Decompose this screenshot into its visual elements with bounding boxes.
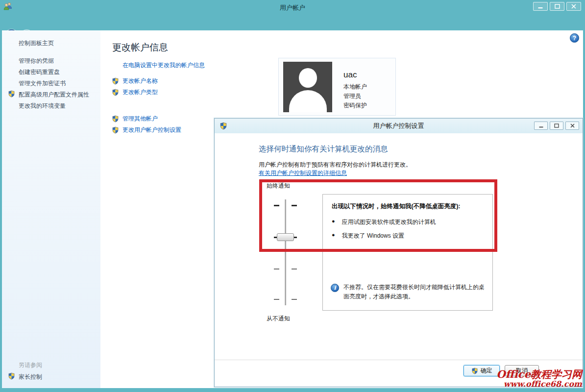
sidebar-item-create-password-reset-disk[interactable]: 创建密码重置盘 [19, 68, 60, 76]
window-controls [533, 2, 581, 11]
dialog-instruction: 选择何时通知你有关计算机更改的消息 [259, 144, 388, 154]
sidebar-item-control-panel-home[interactable]: 控制面板主页 [19, 39, 54, 48]
watermark-line1: Office教程学习网 [496, 368, 582, 380]
slider-tick [274, 269, 279, 270]
task-row: 更改帐户类型 [112, 88, 158, 97]
slider-tick [274, 205, 279, 206]
window-title: 用户帐户 [0, 3, 585, 12]
sidebar-item-parental-controls[interactable]: 家长控制 [19, 373, 42, 381]
avatar-torso-shape [289, 90, 327, 112]
navigation-bar: ▾ ▸ 控制面板 ▸ 用户帐户和家庭安全 ▸ 用户帐户 ▾ [0, 14, 585, 30]
account-avatar [283, 62, 332, 112]
notify-note-row: i 不推荐。仅在需要花费很长时间才能降低计算机上的桌面亮度时，才选择此选项。 [331, 283, 488, 301]
uac-settings-dialog: 用户帐户控制设置 选择何时通知你有关计算机更改的消息 用户帐户控制有助于预防有害… [214, 118, 583, 387]
window-titlebar: 用户帐户 [0, 0, 585, 14]
maximize-button[interactable] [550, 2, 564, 11]
notify-bullet-item: ● 我更改了 Windows 设置 [332, 232, 488, 240]
uac-shield-icon [112, 115, 119, 122]
sidebar: 控制面板主页 管理你的凭据 创建密码重置盘 管理文件加密证书 配置高级用户配置文… [2, 30, 100, 388]
slider-tick [292, 299, 297, 300]
ok-button[interactable]: 确定 [463, 365, 500, 376]
notify-description-box: 出现以下情况时，始终通知我(不降低桌面亮度): ● 应用试图安装软件或更改我的计… [322, 194, 493, 311]
close-button[interactable] [566, 2, 581, 11]
notify-note-text: 不推荐。仅在需要花费很长时间才能降低计算机上的桌面亮度时，才选择此选项。 [343, 283, 488, 301]
watermark: Office教程学习网 www.office68.com [496, 368, 582, 389]
dialog-titlebar: 用户帐户控制设置 [215, 119, 583, 133]
bullet-icon: ● [332, 218, 335, 226]
pc-settings-link[interactable]: 在电脑设置中更改我的帐户信息 [122, 61, 205, 70]
account-name: uac [343, 70, 357, 80]
manage-other-accounts-link[interactable]: 管理其他帐户 [122, 115, 158, 123]
uac-shield-icon [112, 77, 119, 85]
slider-top-label: 始终通知 [267, 182, 290, 190]
notify-box-title: 出现以下情况时，始终通知我(不降低桌面亮度): [332, 202, 486, 211]
sidebar-item-change-environment-variables[interactable]: 更改我的环境变量 [19, 102, 66, 110]
uac-shield-icon [112, 89, 119, 96]
change-account-type-link[interactable]: 更改帐户类型 [122, 88, 158, 97]
uac-details-link[interactable]: 有关用户帐户控制设置的详细信息 [259, 169, 347, 177]
task-row: 管理其他帐户 [112, 115, 158, 123]
account-type: 本地帐户 [343, 83, 367, 91]
see-also-header: 另请参阅 [19, 361, 42, 369]
uac-shield-icon [471, 368, 478, 374]
dialog-title: 用户帐户控制设置 [215, 122, 583, 130]
account-card: uac 本地帐户 管理员 密码保护 [278, 58, 396, 116]
notify-bullet-text: 我更改了 Windows 设置 [342, 232, 404, 240]
account-protection: 密码保护 [343, 101, 367, 110]
notify-bullet-text: 应用试图安装软件或更改我的计算机 [342, 218, 436, 226]
uac-shield-icon [8, 90, 15, 98]
uac-shield-icon [112, 126, 119, 134]
info-icon: i [331, 284, 339, 292]
change-account-name-link[interactable]: 更改帐户名称 [122, 77, 158, 85]
help-icon[interactable]: ? [570, 33, 579, 43]
dialog-window-controls [534, 122, 579, 130]
uac-shield-icon [8, 372, 15, 380]
slider-tick [292, 205, 297, 206]
task-row: 更改帐户名称 [112, 77, 158, 85]
minimize-button[interactable] [533, 2, 548, 11]
slider-bottom-label: 从不通知 [267, 315, 290, 323]
ok-button-label: 确定 [481, 367, 492, 375]
dialog-maximize-button[interactable] [550, 122, 563, 130]
sidebar-item-manage-credentials[interactable]: 管理你的凭据 [19, 57, 54, 65]
watermark-line2: www.office68.com [496, 380, 582, 389]
slider-tick [292, 269, 297, 270]
slider-tick [274, 299, 279, 300]
dialog-minimize-button[interactable] [534, 122, 548, 130]
sidebar-item-manage-file-encryption-certs[interactable]: 管理文件加密证书 [19, 79, 66, 88]
uac-slider-thumb[interactable] [277, 233, 294, 241]
footer-divider [215, 360, 583, 360]
page-title: 更改帐户信息 [112, 41, 168, 54]
avatar-head-shape [299, 68, 317, 88]
dialog-description: 用户帐户控制有助于预防有害程序对你的计算机进行更改。 [259, 161, 412, 169]
dialog-close-button[interactable] [565, 122, 579, 130]
account-role: 管理员 [343, 92, 361, 100]
uac-slider-track[interactable] [285, 199, 286, 305]
desktop-root: { "window": { "title": "用户帐户" }, "navbar… [0, 0, 585, 392]
change-uac-settings-link[interactable]: 更改用户帐户控制设置 [122, 126, 181, 134]
sidebar-item-advanced-user-profiles[interactable]: 配置高级用户配置文件属性 [19, 91, 89, 99]
bullet-icon: ● [332, 232, 335, 240]
notify-bullet-item: ● 应用试图安装软件或更改我的计算机 [332, 218, 488, 226]
task-row: 更改用户帐户控制设置 [112, 126, 181, 134]
